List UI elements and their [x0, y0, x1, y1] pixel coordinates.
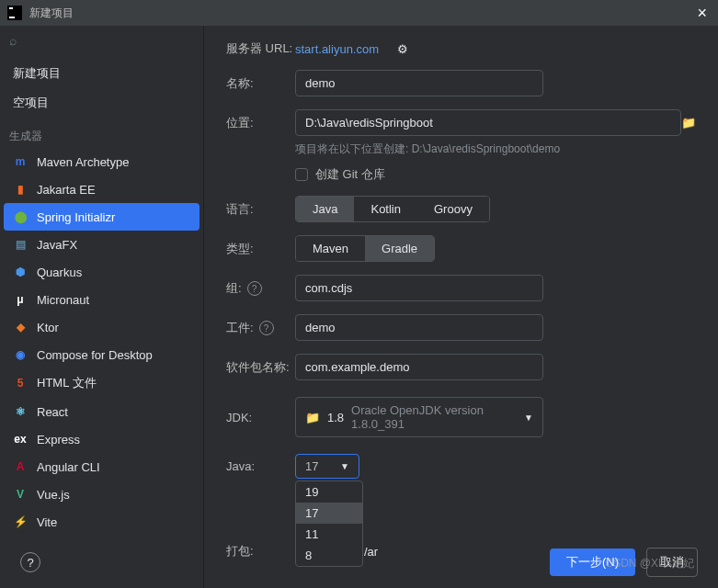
main-panel: 服务器 URL: start.aliyun.com ⚙ 名称: 位置: 📁 项目…	[204, 26, 718, 588]
java-dropdown: 1917118	[295, 481, 363, 567]
next-button[interactable]: 下一步(N)	[550, 548, 635, 576]
language-option-groovy[interactable]: Groovy	[417, 197, 489, 221]
generator-angular-cli[interactable]: AAngular CLI	[0, 453, 203, 481]
generator-label: Express	[37, 433, 80, 447]
nav-new-project[interactable]: 新建项目	[0, 59, 203, 88]
location-input[interactable]	[295, 109, 681, 136]
group-input[interactable]	[295, 275, 543, 301]
generator-vue.js[interactable]: VVue.js	[0, 481, 203, 508]
generator-icon: ▮	[13, 182, 28, 197]
generator-compose-for-desktop[interactable]: ◉Compose for Desktop	[0, 341, 203, 368]
git-checkbox[interactable]	[295, 168, 308, 181]
group-label: 组:?	[226, 280, 295, 297]
generator-javafx[interactable]: ▤JavaFX	[0, 231, 203, 258]
window-title: 新建项目	[29, 6, 74, 21]
generator-icon: A	[13, 459, 28, 474]
search-bar[interactable]: ⌕	[0, 26, 203, 55]
app-logo	[7, 6, 22, 20]
generator-icon: m	[13, 154, 28, 169]
generator-label: HTML 文件	[37, 375, 97, 391]
type-option-maven[interactable]: Maven	[296, 236, 365, 261]
cancel-button[interactable]: 取消	[646, 548, 698, 577]
server-url-label: 服务器 URL:	[226, 40, 295, 57]
location-hint: 项目将在以下位置创建: D:\Java\redisSpringboot\demo	[295, 141, 696, 157]
close-icon[interactable]: ×	[693, 4, 711, 23]
generator-express[interactable]: exExpress	[0, 425, 203, 453]
generator-label: Ktor	[37, 321, 59, 334]
artifact-input[interactable]	[295, 314, 543, 341]
gear-icon[interactable]: ⚙	[397, 42, 408, 56]
help-icon[interactable]: ?	[247, 281, 262, 296]
search-icon: ⌕	[9, 33, 17, 48]
generator-icon: ex	[13, 432, 28, 447]
generator-icon: ◉	[13, 347, 28, 362]
java-option-17[interactable]: 17	[296, 503, 362, 524]
generator-icon: ▤	[13, 237, 28, 252]
name-label: 名称:	[226, 75, 295, 92]
java-value: 17	[305, 459, 318, 473]
help-button[interactable]: ?	[20, 552, 40, 572]
generators-header: 生成器	[0, 121, 203, 148]
svg-rect-1	[9, 7, 13, 9]
java-select[interactable]: 17 ▼	[295, 454, 359, 479]
help-icon[interactable]: ?	[259, 321, 274, 335]
generator-icon: ⚛	[13, 404, 28, 419]
java-label: Java:	[226, 459, 295, 473]
generator-html-文件[interactable]: 5HTML 文件	[0, 368, 203, 398]
language-option-kotlin[interactable]: Kotlin	[354, 197, 417, 221]
generator-spring-initializr[interactable]: ⬤Spring Initializr	[4, 203, 199, 231]
svg-rect-2	[9, 17, 15, 18]
generator-label: Spring Initializr	[37, 210, 115, 224]
jdk-select[interactable]: 📁 1.8 Oracle OpenJDK version 1.8.0_391 ▼	[295, 397, 543, 437]
language-label: 语言:	[226, 201, 295, 218]
generator-icon: ◆	[13, 320, 28, 334]
folder-icon: 📁	[305, 411, 320, 424]
generator-label: JavaFX	[37, 238, 77, 252]
generator-icon: ⚡	[13, 514, 28, 529]
generator-micronaut[interactable]: μMicronaut	[0, 286, 203, 313]
language-option-java[interactable]: Java	[296, 197, 354, 221]
generator-label: Vite	[37, 515, 57, 529]
sidebar: ⌕ 新建项目 空项目 生成器 mMaven Archetype▮Jakarta …	[0, 26, 204, 588]
java-option-11[interactable]: 11	[296, 524, 362, 545]
generator-ktor[interactable]: ◆Ktor	[0, 313, 203, 341]
server-url-link[interactable]: start.aliyun.com	[295, 42, 379, 56]
generator-label: Maven Archetype	[37, 155, 129, 169]
generator-icon: V	[13, 487, 28, 502]
generator-label: Micronaut	[37, 293, 89, 307]
chevron-down-icon: ▼	[524, 413, 533, 423]
name-input[interactable]	[295, 70, 543, 96]
generator-vite[interactable]: ⚡Vite	[0, 508, 203, 536]
package-label: 软件包名称:	[226, 359, 295, 376]
generator-label: Angular CLI	[37, 460, 100, 474]
generator-label: Vue.js	[37, 488, 70, 502]
location-label: 位置:	[226, 115, 295, 131]
generator-label: Quarkus	[37, 266, 82, 279]
artifact-label: 工件:?	[226, 320, 295, 336]
generator-label: Jakarta EE	[37, 183, 96, 197]
titlebar: 新建项目 ×	[0, 0, 718, 26]
generator-label: Compose for Desktop	[37, 348, 153, 362]
generator-label: React	[37, 405, 68, 419]
generator-maven-archetype[interactable]: mMaven Archetype	[0, 148, 203, 175]
generator-jakarta-ee[interactable]: ▮Jakarta EE	[0, 175, 203, 203]
package-input[interactable]	[295, 354, 543, 380]
generator-quarkus[interactable]: ⬢Quarkus	[0, 258, 203, 286]
type-label: 类型:	[226, 241, 295, 257]
type-option-gradle[interactable]: Gradle	[365, 236, 434, 261]
jdk-label: JDK:	[226, 411, 295, 424]
git-label: 创建 Git 仓库	[315, 166, 385, 183]
jdk-version: Oracle OpenJDK version 1.8.0_391	[351, 403, 517, 431]
generator-icon: 5	[13, 376, 28, 390]
chevron-down-icon: ▼	[340, 461, 349, 471]
jdk-value: 1.8	[327, 411, 344, 424]
generator-icon: ⬢	[13, 265, 28, 279]
java-option-8[interactable]: 8	[296, 545, 362, 566]
generator-icon: μ	[13, 292, 28, 307]
folder-icon[interactable]: 📁	[681, 116, 696, 130]
generator-icon: ⬤	[13, 209, 28, 224]
nav-empty-project[interactable]: 空项目	[0, 88, 203, 118]
java-option-19[interactable]: 19	[296, 481, 362, 503]
generator-react[interactable]: ⚛React	[0, 398, 203, 425]
